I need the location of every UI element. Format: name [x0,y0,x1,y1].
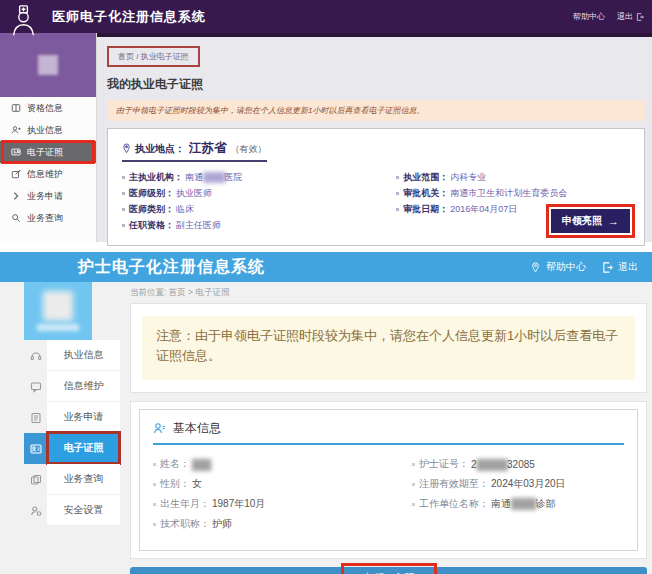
sidebar-item-label[interactable]: 执业信息 [47,340,120,371]
physician-help-link[interactable]: 帮助中心 [573,11,605,22]
edit-pencil-icon [11,169,21,179]
document-icon [24,402,47,433]
field-label: 注册有效期至： [419,477,489,491]
redacted-text: ███ [192,459,210,470]
sidebar-item-label[interactable]: 安全设置 [47,495,120,526]
apply-certificate-button[interactable]: 申领 | 亮照 [130,567,647,574]
breadcrumb: 首页 / 执业电子证照 [107,46,200,67]
field-value: 执业医师 [176,187,212,200]
location-pin-icon [122,143,131,154]
basic-info-title: 基本信息 [173,420,221,437]
sidebar-item-business-application[interactable]: 业务申请 [24,402,120,433]
sidebar-item-label[interactable]: 电子证照 [47,433,120,464]
logout-label: 退出 [617,11,633,22]
sidebar-item-label: 资格信息 [27,102,63,115]
physician-sidebar: 资格信息 执业信息 电子证照 信息维护 业务申请 [0,33,97,242]
field-value: 1987年10月 [212,497,265,511]
sidebar-item-business-query[interactable]: 业务查询 [0,207,96,229]
location-pin-icon [530,262,541,273]
id-card-icon [11,147,21,157]
field-value: 护师 [212,517,232,531]
nurse-logout-link[interactable]: 退出 [602,260,638,274]
nurse-sidebar: 执业信息 信息维护 业务申请 电子证照 [24,282,120,574]
field-birth-date: 出生年月： 1987年10月 [153,494,412,514]
sidebar-item-label: 执业信息 [27,124,63,137]
bullet-dot [153,463,156,466]
sidebar-item-e-certificate[interactable]: 电子证照 [0,141,96,163]
physician-header-links: 帮助中心 退出 [573,11,644,22]
field-approval-authority: 审批机关： 南通市卫生和计划生育委员会 [396,185,630,201]
bullet-dot [153,503,156,506]
breadcrumb-separator: / [136,52,138,61]
field-name: 姓名： ███ [153,454,412,474]
field-label: 医师级别： [129,187,174,200]
nurse-help-link[interactable]: 帮助中心 [530,260,586,274]
field-value: 2024年03月20日 [491,477,566,491]
sidebar-item-label[interactable]: 业务查询 [47,464,120,495]
sidebar-item-label: 业务查询 [27,212,63,225]
physician-body: 资格信息 执业信息 电子证照 信息维护 业务申请 [0,33,652,242]
field-label: 护士证号： [419,457,469,471]
practice-location-header: 执业地点： 江苏省 （有效） [122,140,267,162]
field-gender: 性别： 女 [153,474,412,494]
nurse-app-title: 护士电子化注册信息系统 [78,257,265,278]
bullet-dot [412,503,415,506]
notice-banner: 由于申领电子证照时段较为集中，请您在个人信息更新1小时以后再查看电子证照信息。 [107,100,645,121]
doctor-logo-icon [10,5,37,36]
basic-info-card: 基本信息 姓名： ███ 性别 [130,401,647,559]
nurse-body: 执业信息 信息维护 业务申请 电子证照 [0,282,652,574]
logout-icon [602,262,613,273]
bullet-dot [412,463,415,466]
avatar-name-blurred [37,324,79,331]
person-gear-icon [24,495,47,526]
physician-header: 医师电子化注册信息系统 帮助中心 退出 [0,0,652,33]
avatar-photo-blurred [43,291,73,321]
breadcrumb-home-link[interactable]: 首页 [118,52,134,61]
physician-logout-link[interactable]: 退出 [617,11,644,22]
sidebar-item-label: 电子证照 [27,146,63,159]
nurse-header-links: 帮助中心 退出 [530,260,638,274]
sidebar-item-label-text: 电子证照 [64,441,104,455]
field-label: 审批日期： [403,203,448,216]
bullet-dot [396,176,399,179]
field-label: 出生年月： [160,497,210,511]
bullet-dot [153,523,156,526]
sidebar-item-practice-info[interactable]: 执业信息 [0,119,96,141]
field-value: 南通市卫生和计划生育委员会 [450,187,567,200]
sidebar-item-business-query[interactable]: 业务查询 [24,464,120,495]
location-label: 执业地点： [135,142,185,156]
breadcrumb-current: 执业电子证照 [141,52,189,61]
sidebar-item-label[interactable]: 业务申请 [47,402,120,433]
field-main-organization: 主执业机构： 南通████医院 [122,169,396,185]
field-value: 2016年04月07日 [450,203,517,216]
field-value: 2█████32085 [471,459,535,470]
bullet-dot [412,483,415,486]
field-value: 女 [192,477,202,491]
redacted-text: ████ [203,172,225,182]
sidebar-item-label[interactable]: 信息维护 [47,371,120,402]
sidebar-item-business-application[interactable]: 业务申请 [0,185,96,207]
apply-certificate-button[interactable]: 申领亮照 → [551,209,630,233]
apply-button-label: 申领亮照 [562,214,602,228]
person-plus-icon [11,125,21,135]
apply-certificate-bar-wrap: 申领 | 亮照 [130,567,647,574]
breadcrumb: 当前位置: 首页 > 电子证照 [130,287,647,299]
field-value: 临床 [176,203,194,216]
sidebar-item-info-maintenance[interactable]: 信息维护 [0,163,96,185]
annotation-box: 申领亮照 → [546,204,635,238]
field-label: 医师类别： [129,203,174,216]
field-technical-title: 技术职称： 护师 [153,514,412,534]
physician-avatar [0,33,96,97]
sidebar-item-e-certificate[interactable]: 电子证照 [24,433,120,464]
sidebar-item-qualification-info[interactable]: 资格信息 [0,97,96,119]
sidebar-item-info-maintenance[interactable]: 信息维护 [24,371,120,402]
sidebar-item-security-settings[interactable]: 安全设置 [24,495,120,526]
nurse-avatar [24,282,92,340]
field-position-qualification: 任职资格： 副主任医师 [122,217,396,233]
physician-app-title: 医师电子化注册信息系统 [52,8,206,26]
breadcrumb-separator: > [188,287,193,297]
nurse-system: 护士电子化注册信息系统 帮助中心 退出 [0,252,652,574]
sidebar-item-practice-info[interactable]: 执业信息 [24,340,120,371]
field-physician-level: 医师级别： 执业医师 [122,185,396,201]
breadcrumb-home-link[interactable]: 首页 [169,287,186,297]
